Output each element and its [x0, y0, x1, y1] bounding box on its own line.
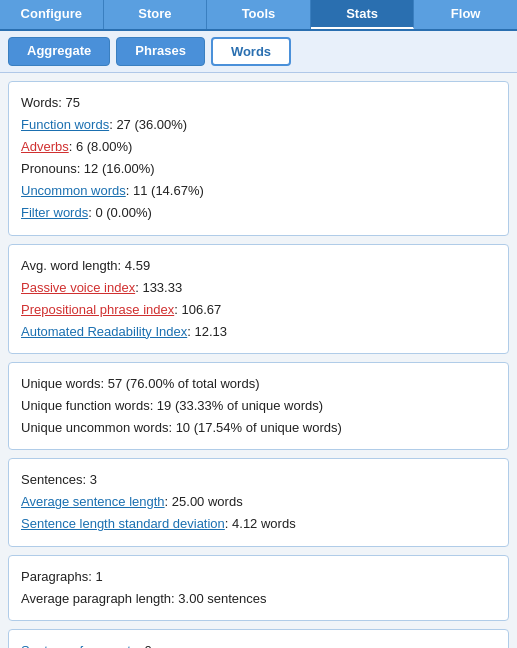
- avg-sentence-length-line: Average sentence length: 25.00 words: [21, 491, 496, 513]
- card-unique-words: Unique words: 57 (76.00% of total words)…: [8, 362, 509, 450]
- sentence-std-dev-line: Sentence length standard deviation: 4.12…: [21, 513, 496, 535]
- sentences-count: Sentences: 3: [21, 469, 496, 491]
- sentence-fragments-link[interactable]: Sentence fragments: [21, 643, 137, 648]
- function-words-line: Function words: 27 (36.00%): [21, 114, 496, 136]
- sub-tab-aggregate[interactable]: Aggregate: [8, 37, 110, 66]
- unique-function-words: Unique function words: 19 (33.33% of uni…: [21, 395, 496, 417]
- nav-tab-flow[interactable]: Flow: [414, 0, 517, 29]
- sentence-fragments-line: Sentence fragments: 0: [21, 640, 496, 648]
- nav-tab-tools[interactable]: Tools: [207, 0, 311, 29]
- adverbs-line: Adverbs: 6 (8.00%): [21, 136, 496, 158]
- card-word-length: Avg. word length: 4.59 Passive voice ind…: [8, 244, 509, 354]
- card-sentences: Sentences: 3 Average sentence length: 25…: [8, 458, 509, 546]
- filter-words-link[interactable]: Filter words: [21, 205, 88, 220]
- card-paragraphs: Paragraphs: 1 Average paragraph length: …: [8, 555, 509, 621]
- nav-tab-configure[interactable]: Configure: [0, 0, 104, 29]
- readability-link[interactable]: Automated Readability Index: [21, 324, 187, 339]
- function-words-link[interactable]: Function words: [21, 117, 109, 132]
- card-words-stats: Words: 75 Function words: 27 (36.00%) Ad…: [8, 81, 509, 236]
- nav-tab-store[interactable]: Store: [104, 0, 208, 29]
- main-content: Words: 75 Function words: 27 (36.00%) Ad…: [0, 73, 517, 648]
- readability-line: Automated Readability Index: 12.13: [21, 321, 496, 343]
- unique-words-total: Unique words: 57 (76.00% of total words): [21, 373, 496, 395]
- prepositional-link[interactable]: Prepositional phrase index: [21, 302, 174, 317]
- nav-tab-stats[interactable]: Stats: [311, 0, 415, 29]
- uncommon-words-link[interactable]: Uncommon words: [21, 183, 126, 198]
- top-nav: Configure Store Tools Stats Flow: [0, 0, 517, 31]
- sub-tab-phrases[interactable]: Phrases: [116, 37, 205, 66]
- card-sentence-types: Sentence fragments: 0 Simple sentences: …: [8, 629, 509, 648]
- unique-uncommon-words: Unique uncommon words: 10 (17.54% of uni…: [21, 417, 496, 439]
- sub-nav: Aggregate Phrases Words: [0, 31, 517, 73]
- sentence-std-dev-link[interactable]: Sentence length standard deviation: [21, 516, 225, 531]
- uncommon-words-line: Uncommon words: 11 (14.67%): [21, 180, 496, 202]
- pronouns-line: Pronouns: 12 (16.00%): [21, 158, 496, 180]
- filter-words-line: Filter words: 0 (0.00%): [21, 202, 496, 224]
- avg-paragraph-length: Average paragraph length: 3.00 sentences: [21, 588, 496, 610]
- passive-voice-link[interactable]: Passive voice index: [21, 280, 135, 295]
- passive-voice-line: Passive voice index: 133.33: [21, 277, 496, 299]
- words-total: Words: 75: [21, 92, 496, 114]
- avg-sentence-length-link[interactable]: Average sentence length: [21, 494, 165, 509]
- prepositional-line: Prepositional phrase index: 106.67: [21, 299, 496, 321]
- sub-tab-words[interactable]: Words: [211, 37, 291, 66]
- paragraphs-count: Paragraphs: 1: [21, 566, 496, 588]
- adverbs-link[interactable]: Adverbs: [21, 139, 69, 154]
- avg-word-length: Avg. word length: 4.59: [21, 255, 496, 277]
